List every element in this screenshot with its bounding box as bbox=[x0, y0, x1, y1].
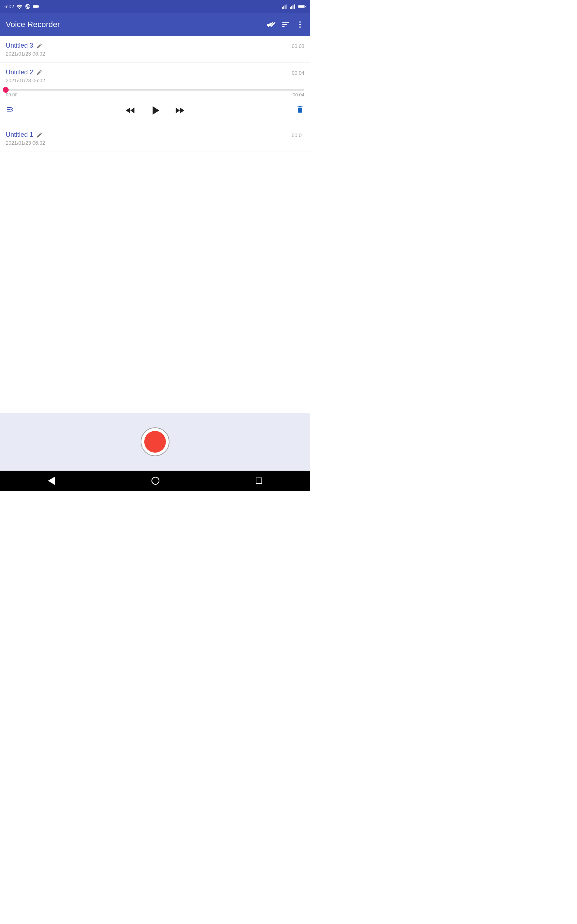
recent-icon bbox=[256, 478, 262, 484]
nav-home-button[interactable] bbox=[147, 472, 164, 489]
recording-info-2: Untitled 2 2021/01/23 06:02 bbox=[6, 69, 45, 83]
svg-rect-7 bbox=[286, 4, 287, 9]
recording-duration-1: 00:01 bbox=[292, 132, 305, 138]
recording-info-3: Untitled 3 2021/01/23 06:02 bbox=[6, 42, 45, 57]
wifi-icon bbox=[16, 4, 23, 9]
svg-rect-11 bbox=[294, 4, 295, 9]
svg-rect-14 bbox=[298, 5, 304, 8]
vpn-icon bbox=[25, 3, 31, 10]
recording-date-2: 2021/01/23 06:02 bbox=[6, 78, 45, 83]
record-button-inner bbox=[144, 431, 166, 452]
status-right bbox=[282, 4, 306, 9]
seeker-thumb[interactable] bbox=[3, 87, 9, 93]
svg-rect-3 bbox=[33, 5, 38, 8]
svg-rect-13 bbox=[305, 6, 305, 7]
status-bar: 6:02 bbox=[0, 0, 310, 13]
seeker-track[interactable] bbox=[6, 89, 305, 90]
app-bar-actions bbox=[266, 20, 305, 29]
rewind-button[interactable] bbox=[122, 102, 139, 119]
svg-point-17 bbox=[299, 26, 301, 28]
nav-bar bbox=[0, 471, 310, 491]
nav-back-button[interactable] bbox=[44, 472, 60, 489]
status-left: 6:02 bbox=[4, 3, 39, 10]
bottom-record-area bbox=[0, 413, 310, 471]
battery-icon bbox=[33, 4, 39, 9]
recording-title-2: Untitled 2 bbox=[6, 69, 33, 76]
back-icon bbox=[48, 477, 55, 485]
more-options-icon[interactable] bbox=[296, 20, 305, 29]
recording-title-row-1: Untitled 1 bbox=[6, 131, 45, 139]
remaining-time: - 00:04 bbox=[290, 92, 305, 97]
nav-recent-button[interactable] bbox=[251, 473, 266, 488]
app-bar: Voice Recorder bbox=[0, 13, 310, 36]
recording-date-1: 2021/01/23 06:02 bbox=[6, 140, 45, 146]
recording-title-3: Untitled 3 bbox=[6, 42, 33, 50]
svg-rect-4 bbox=[282, 7, 283, 9]
battery-main-icon bbox=[298, 4, 306, 9]
edit-icon-1[interactable] bbox=[36, 132, 43, 138]
edit-icon-3[interactable] bbox=[36, 43, 43, 49]
svg-point-16 bbox=[299, 24, 301, 25]
recording-item-1[interactable]: Untitled 1 2021/01/23 06:02 00:01 bbox=[0, 125, 310, 152]
svg-rect-5 bbox=[284, 6, 284, 9]
svg-point-15 bbox=[299, 21, 301, 23]
svg-rect-10 bbox=[292, 5, 293, 9]
current-time: 00:00 bbox=[6, 92, 18, 97]
delete-icon[interactable] bbox=[296, 105, 305, 116]
edit-icon-2[interactable] bbox=[36, 69, 43, 76]
app-title: Voice Recorder bbox=[6, 20, 60, 29]
recording-list: Untitled 3 2021/01/23 06:02 00:03 Untitl… bbox=[0, 36, 310, 152]
time-display: 6:02 bbox=[4, 3, 14, 10]
seeker-times: 00:00 - 00:04 bbox=[6, 92, 305, 97]
svg-rect-2 bbox=[39, 6, 39, 7]
recording-title-1: Untitled 1 bbox=[6, 131, 33, 139]
play-button[interactable] bbox=[145, 100, 165, 121]
recording-title-row-3: Untitled 3 bbox=[6, 42, 45, 50]
select-all-icon[interactable] bbox=[266, 21, 276, 28]
network-icon bbox=[290, 4, 296, 9]
fast-forward-button[interactable] bbox=[171, 102, 188, 119]
recording-duration-3: 00:03 bbox=[292, 43, 305, 49]
playlist-icon[interactable] bbox=[6, 105, 15, 116]
recording-header-1: Untitled 1 2021/01/23 06:02 00:01 bbox=[6, 131, 305, 146]
recording-duration-2: 00:04 bbox=[292, 70, 305, 76]
sort-icon[interactable] bbox=[281, 20, 290, 29]
home-icon bbox=[152, 477, 160, 485]
svg-rect-8 bbox=[290, 7, 291, 9]
player-seeker[interactable]: 00:00 - 00:04 bbox=[0, 83, 310, 97]
recording-title-row-2: Untitled 2 bbox=[6, 69, 45, 76]
record-button[interactable] bbox=[141, 427, 169, 456]
player-controls bbox=[0, 97, 310, 125]
svg-rect-6 bbox=[285, 5, 285, 9]
recording-date-3: 2021/01/23 06:02 bbox=[6, 51, 45, 57]
svg-rect-9 bbox=[292, 6, 292, 9]
recording-header-2: Untitled 2 2021/01/23 06:02 00:04 bbox=[0, 63, 310, 83]
recording-info-1: Untitled 1 2021/01/23 06:02 bbox=[6, 131, 45, 146]
svg-point-0 bbox=[19, 8, 20, 10]
signal-icon bbox=[282, 4, 288, 9]
recording-item-3[interactable]: Untitled 3 2021/01/23 06:02 00:03 bbox=[0, 36, 310, 63]
recording-header-3: Untitled 3 2021/01/23 06:02 00:03 bbox=[6, 42, 305, 57]
recording-item-2[interactable]: Untitled 2 2021/01/23 06:02 00:04 00:00 … bbox=[0, 63, 310, 125]
